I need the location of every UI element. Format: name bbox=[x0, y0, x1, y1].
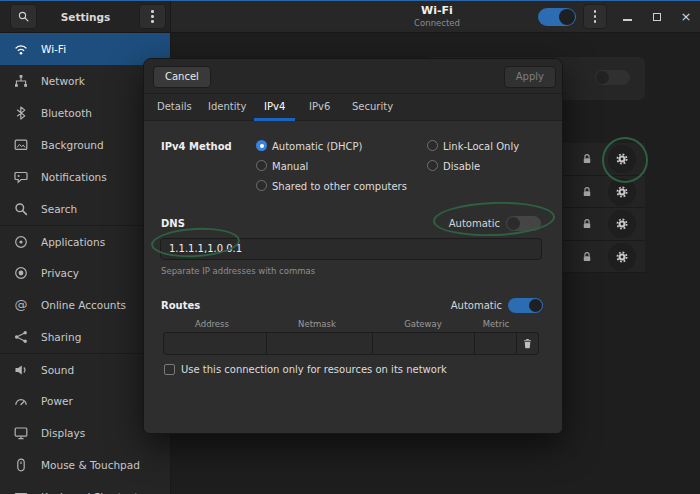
network-settings-gear-button[interactable] bbox=[608, 145, 636, 173]
wifi-settings-dialog: Cancel Apply Details Identity IPv4 IPv6 … bbox=[143, 58, 563, 434]
vertical-dots-icon bbox=[594, 10, 597, 23]
radio-label[interactable]: Automatic (DHCP) bbox=[272, 141, 363, 152]
vertical-dots-icon bbox=[151, 10, 154, 23]
page-title: Wi-Fi Connected bbox=[387, 4, 487, 28]
route-address-input[interactable] bbox=[164, 333, 267, 354]
headerbar-left: Settings bbox=[0, 0, 171, 33]
radio-label[interactable]: Manual bbox=[272, 161, 308, 172]
sidebar-item-label: Applications bbox=[41, 236, 105, 248]
sidebar-item-label: Notifications bbox=[41, 171, 107, 183]
minimize-icon bbox=[623, 19, 632, 21]
route-delete-button[interactable] bbox=[517, 333, 538, 354]
network-settings-gear-button[interactable] bbox=[608, 243, 636, 271]
tab-identity[interactable]: Identity bbox=[208, 101, 246, 112]
route-metric-input[interactable] bbox=[475, 333, 517, 354]
restrict-connection-checkbox[interactable] bbox=[164, 364, 175, 375]
headerbar-right: Wi-Fi Connected × bbox=[171, 0, 700, 33]
tab-security[interactable]: Security bbox=[352, 101, 393, 112]
restrict-connection-label[interactable]: Use this connection only for resources o… bbox=[181, 364, 447, 375]
radio-label[interactable]: Disable bbox=[443, 161, 480, 172]
radio-label[interactable]: Shared to other computers bbox=[272, 181, 407, 192]
sidebar-item-label: Online Accounts bbox=[41, 299, 126, 311]
privacy-icon bbox=[13, 265, 29, 281]
power-icon bbox=[13, 393, 29, 409]
network-settings-gear-button[interactable] bbox=[608, 178, 636, 206]
radio-manual[interactable] bbox=[256, 160, 267, 171]
column-header-address: Address bbox=[195, 319, 229, 329]
tab-details[interactable]: Details bbox=[157, 101, 192, 112]
dialog-header: Cancel Apply bbox=[144, 59, 562, 94]
online-accounts-icon bbox=[13, 297, 29, 313]
route-gateway-input[interactable] bbox=[373, 333, 475, 354]
radio-shared[interactable] bbox=[256, 180, 267, 191]
route-netmask-input[interactable] bbox=[267, 333, 373, 354]
radio-label[interactable]: Link-Local Only bbox=[443, 141, 519, 152]
sidebar-item-label: Search bbox=[41, 203, 77, 215]
keyboard-icon bbox=[13, 489, 29, 494]
sidebar-item-keyboard-shortcuts[interactable]: Keyboard Shortcuts bbox=[0, 481, 170, 494]
lock-icon bbox=[580, 152, 594, 166]
lock-icon bbox=[580, 250, 594, 264]
trash-icon bbox=[521, 337, 534, 350]
airplane-mode-toggle[interactable] bbox=[595, 70, 630, 85]
settings-window: Settings Wi-Fi Connected × Wi-Fi Network… bbox=[0, 0, 700, 494]
maximize-button[interactable] bbox=[644, 0, 670, 33]
ipv4-method-label: IPv4 Method bbox=[161, 141, 232, 152]
route-row bbox=[163, 332, 539, 355]
primary-menu-button[interactable] bbox=[139, 4, 166, 29]
mouse-icon bbox=[13, 457, 29, 473]
cancel-button[interactable]: Cancel bbox=[153, 66, 211, 88]
gear-icon bbox=[615, 185, 629, 199]
dns-input[interactable]: 1.1.1.1,1.0.0.1 bbox=[160, 238, 542, 260]
dns-hint: Separate IP addresses with commas bbox=[161, 266, 315, 276]
dialog-tab-bar: Details Identity IPv4 IPv6 Security bbox=[144, 94, 562, 121]
routes-automatic-label: Automatic bbox=[451, 300, 502, 311]
dns-automatic-toggle[interactable] bbox=[506, 216, 541, 231]
search-icon bbox=[13, 201, 29, 217]
radio-link-local[interactable] bbox=[427, 140, 438, 151]
gear-icon bbox=[615, 217, 629, 231]
close-icon: × bbox=[681, 10, 692, 23]
sidebar-item-label: Background bbox=[41, 139, 104, 151]
page-title-text: Wi-Fi bbox=[387, 4, 487, 18]
minimize-button[interactable] bbox=[614, 0, 640, 33]
sidebar-item-mouse-touchpad[interactable]: Mouse & Touchpad bbox=[0, 449, 170, 481]
tab-ipv6[interactable]: IPv6 bbox=[309, 101, 330, 112]
gear-icon bbox=[615, 250, 629, 264]
sidebar-item-label: Bluetooth bbox=[41, 107, 92, 119]
window-focus-highlight bbox=[0, 0, 700, 1]
sidebar-item-label: Wi-Fi bbox=[41, 43, 66, 55]
radio-automatic-dhcp[interactable] bbox=[256, 140, 267, 151]
gear-icon bbox=[615, 152, 629, 166]
lock-icon bbox=[580, 185, 594, 199]
routes-label: Routes bbox=[161, 300, 200, 311]
sidebar-item-label: Sound bbox=[41, 364, 74, 376]
wifi-icon bbox=[13, 41, 29, 57]
dns-automatic-label: Automatic bbox=[449, 218, 500, 229]
sidebar-item-label: Displays bbox=[41, 427, 85, 439]
apply-button[interactable]: Apply bbox=[504, 66, 556, 88]
radio-disable[interactable] bbox=[427, 160, 438, 171]
close-button[interactable]: × bbox=[673, 0, 699, 33]
tab-ipv4[interactable]: IPv4 bbox=[264, 101, 285, 112]
network-settings-gear-button[interactable] bbox=[608, 210, 636, 238]
bluetooth-icon bbox=[13, 105, 29, 121]
sharing-icon bbox=[13, 329, 29, 345]
column-header-metric: Metric bbox=[483, 319, 509, 329]
sidebar-item-label: Power bbox=[41, 395, 73, 407]
notifications-icon bbox=[13, 169, 29, 185]
wifi-menu-button[interactable] bbox=[583, 4, 607, 29]
dns-label: DNS bbox=[161, 218, 185, 229]
sidebar-item-label: Network bbox=[41, 75, 85, 87]
displays-icon bbox=[13, 425, 29, 441]
routes-automatic-toggle[interactable] bbox=[508, 298, 543, 313]
background-icon bbox=[13, 137, 29, 153]
column-header-gateway: Gateway bbox=[404, 319, 442, 329]
lock-icon bbox=[580, 217, 594, 231]
applications-icon bbox=[13, 234, 29, 250]
wifi-enable-toggle[interactable] bbox=[538, 8, 576, 26]
sidebar-item-label: Sharing bbox=[41, 331, 81, 343]
sidebar-item-label: Mouse & Touchpad bbox=[41, 459, 140, 471]
network-icon bbox=[13, 73, 29, 89]
maximize-icon bbox=[653, 13, 661, 21]
